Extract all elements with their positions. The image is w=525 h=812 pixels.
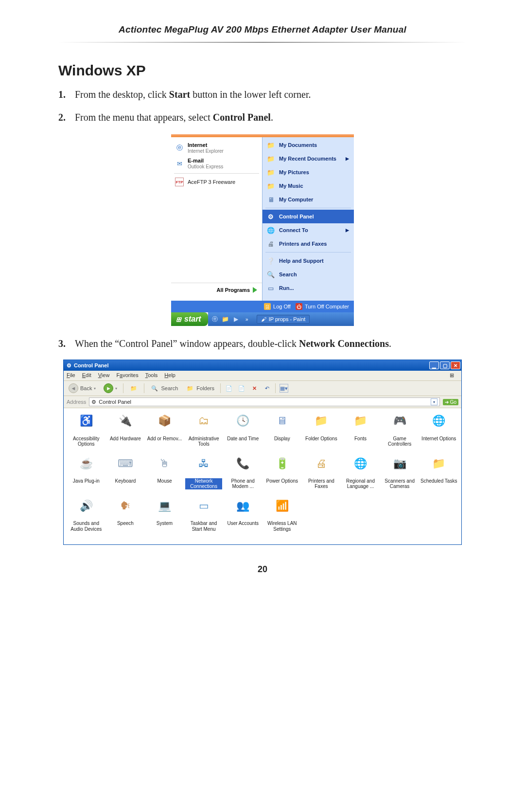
cp-item-java-plug-in[interactable]: ☕Java Plug-in bbox=[68, 455, 105, 494]
printers-faxes[interactable]: 🖨Printers and Faxes bbox=[262, 237, 354, 251]
move-icon[interactable]: 📄 bbox=[225, 384, 233, 393]
cp-item-label: User Accounts bbox=[227, 521, 258, 526]
menu-edit[interactable]: Edit bbox=[82, 372, 91, 379]
taskbar-app[interactable]: 🖌IP props - Paint bbox=[257, 315, 310, 324]
forward-button[interactable]: ►▾ bbox=[102, 383, 119, 394]
address-field[interactable]: ⚙ Control Panel ▾ bbox=[89, 397, 439, 406]
cp-item-label: Display bbox=[274, 436, 290, 442]
cp-item-add-hardware[interactable]: 🔌Add Hardware bbox=[107, 413, 144, 451]
cp-item-sounds-and-audio-devices[interactable]: 🔊Sounds and Audio Devices bbox=[68, 498, 105, 537]
cp-item-taskbar-and-start-menu[interactable]: ▭Taskbar and Start Menu bbox=[185, 498, 223, 537]
delete-icon[interactable]: ✕ bbox=[250, 384, 259, 393]
item-label: My Computer bbox=[279, 197, 313, 202]
logoff-button[interactable]: ⍈Log Off bbox=[264, 303, 291, 310]
menu-bar: File Edit View Favorites Tools Help ⊞ bbox=[64, 371, 461, 381]
up-button[interactable]: 📁 bbox=[127, 383, 140, 393]
my-pictures[interactable]: 📁My Pictures bbox=[262, 165, 354, 179]
go-button[interactable]: ➔Go bbox=[443, 399, 458, 405]
media-icon[interactable]: ▶ bbox=[232, 315, 240, 323]
chevron-icon[interactable]: » bbox=[243, 315, 251, 323]
cp-item-fonts[interactable]: 📁Fonts bbox=[342, 413, 379, 451]
folders-button[interactable]: 📁Folders bbox=[184, 383, 216, 393]
cp-item-date-and-time[interactable]: 🕓Date and Time bbox=[224, 413, 262, 451]
back-button[interactable]: ◄Back▾ bbox=[67, 383, 98, 394]
cp-item-icon: 📦 bbox=[157, 413, 172, 429]
item-label: My Music bbox=[279, 183, 303, 189]
cp-item-regional-and-language-[interactable]: 🌐Regional and Language ... bbox=[342, 455, 379, 494]
start-internet[interactable]: ⓔ InternetInternet Explorer bbox=[171, 140, 262, 156]
cp-item-wireless-lan-settings[interactable]: 📶Wireless LAN Settings bbox=[263, 498, 301, 537]
cp-item-printers-and-faxes[interactable]: 🖨Printers and Faxes bbox=[303, 455, 340, 494]
run-item[interactable]: ▭Run... bbox=[262, 281, 354, 295]
menu-tools[interactable]: Tools bbox=[145, 372, 158, 379]
cp-item-network-connections[interactable]: 🖧Network Connections bbox=[185, 455, 223, 494]
my-documents[interactable]: 📁My Documents bbox=[262, 138, 354, 152]
windows-flag-icon: ⊞ bbox=[450, 372, 458, 379]
dropdown-icon[interactable]: ▾ bbox=[431, 398, 438, 405]
cp-item-phone-and-modem-[interactable]: 📞Phone and Modem ... bbox=[224, 455, 262, 494]
cp-item-scanners-and-cameras[interactable]: 📷Scanners and Cameras bbox=[381, 455, 419, 494]
my-computer[interactable]: 🖥My Computer bbox=[262, 193, 354, 206]
cp-item-internet-options[interactable]: 🌐Internet Options bbox=[420, 413, 457, 451]
search-button[interactable]: 🔍Search bbox=[148, 383, 180, 393]
cp-item-folder-options[interactable]: 📁Folder Options bbox=[303, 413, 340, 451]
cp-item-label: Game Controllers bbox=[381, 436, 419, 447]
views-icon[interactable]: ▦▾ bbox=[280, 384, 288, 393]
cp-item-icon: 📞 bbox=[235, 455, 251, 471]
menu-view[interactable]: View bbox=[98, 372, 110, 379]
menu-help[interactable]: Help bbox=[164, 372, 175, 379]
turnoff-button[interactable]: ⏻Turn Off Computer bbox=[296, 303, 349, 310]
start-email[interactable]: ✉ E-mailOutlook Express bbox=[171, 156, 262, 171]
help-support[interactable]: ❔Help and Support bbox=[262, 254, 354, 268]
cp-item-mouse[interactable]: 🖱Mouse bbox=[146, 455, 183, 494]
cp-item-icon: 📶 bbox=[274, 498, 290, 514]
cp-item-user-accounts[interactable]: 👥User Accounts bbox=[224, 498, 262, 537]
cp-item-icon: 🖧 bbox=[196, 455, 211, 471]
my-music[interactable]: 📁My Music bbox=[262, 179, 354, 193]
cp-item-power-options[interactable]: 🔋Power Options bbox=[263, 455, 301, 494]
start-aceftp[interactable]: FTP AceFTP 3 Freeware bbox=[171, 176, 262, 188]
undo-icon[interactable]: ↶ bbox=[262, 384, 271, 393]
cp-item-display[interactable]: 🖥Display bbox=[263, 413, 301, 451]
control-panel-icon: ⚙ bbox=[91, 399, 96, 405]
step-1: 1. From the desktop, click Start button … bbox=[58, 88, 467, 102]
menu-file[interactable]: File bbox=[67, 372, 75, 379]
page-number: 20 bbox=[58, 564, 467, 575]
item-sub: Internet Explorer bbox=[188, 148, 224, 154]
cp-item-label: Network Connections bbox=[185, 478, 223, 489]
cp-item-add-or-remov-[interactable]: 📦Add or Remov... bbox=[146, 413, 183, 451]
copy-icon[interactable]: 📄 bbox=[237, 384, 246, 393]
cp-item-label: Date and Time bbox=[227, 436, 259, 442]
ie-icon[interactable]: ⓔ bbox=[211, 315, 219, 323]
my-recent-documents[interactable]: 📁My Recent Documents▶ bbox=[262, 152, 354, 165]
cp-item-system[interactable]: 💻System bbox=[146, 498, 183, 537]
search-item[interactable]: 🔍Search bbox=[262, 268, 354, 281]
item-title: AceFTP 3 Freeware bbox=[188, 179, 235, 185]
cp-item-keyboard[interactable]: ⌨Keyboard bbox=[107, 455, 144, 494]
folder-icon[interactable]: 📁 bbox=[222, 315, 229, 323]
all-programs[interactable]: All Programs bbox=[171, 283, 262, 298]
folder-icon: 📁 bbox=[266, 141, 275, 149]
search-label: Search bbox=[161, 385, 178, 391]
cp-item-icon: 🌐 bbox=[352, 455, 368, 471]
control-panel-item[interactable]: ⚙Control Panel bbox=[262, 210, 354, 223]
cp-item-speech[interactable]: 🗣Speech bbox=[107, 498, 144, 537]
connect-to[interactable]: 🌐Connect To▶ bbox=[262, 223, 354, 237]
help-icon: ❔ bbox=[266, 256, 275, 265]
cp-item-game-controllers[interactable]: 🎮Game Controllers bbox=[381, 413, 419, 451]
cp-item-icon: 📁 bbox=[314, 413, 329, 429]
go-icon: ➔ bbox=[445, 399, 449, 405]
cp-item-scheduled-tasks[interactable]: 📁Scheduled Tasks bbox=[420, 455, 457, 494]
cp-item-label: Phone and Modem ... bbox=[224, 478, 262, 489]
menu-favorites[interactable]: Favorites bbox=[116, 372, 138, 379]
address-bar: Address ⚙ Control Panel ▾ ➔Go bbox=[64, 396, 461, 408]
maximize-button[interactable]: ▢ bbox=[440, 361, 450, 369]
close-button[interactable]: ✕ bbox=[451, 361, 460, 369]
cp-item-accessibility-options[interactable]: ♿Accessibility Options bbox=[68, 413, 105, 451]
item-label: Connect To bbox=[279, 227, 308, 233]
minimize-button[interactable]: ▁ bbox=[429, 361, 439, 369]
cp-item-administrative-tools[interactable]: 🗂Administrative Tools bbox=[185, 413, 223, 451]
cp-item-label: Accessibility Options bbox=[68, 436, 105, 447]
start-label: start bbox=[184, 315, 201, 324]
start-button[interactable]: ⊞start bbox=[171, 312, 208, 326]
